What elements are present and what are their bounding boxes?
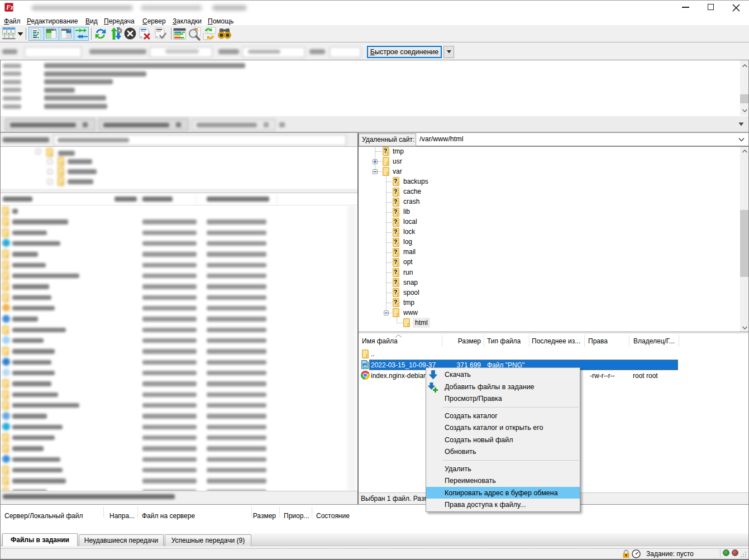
svg-text:?: ?	[394, 269, 398, 275]
svg-text:?: ?	[394, 248, 398, 255]
svg-text:?: ?	[394, 208, 398, 214]
svg-text:?: ?	[394, 188, 398, 194]
svg-text:?: ?	[394, 178, 398, 184]
svg-text:?: ?	[394, 289, 398, 295]
svg-text:?: ?	[394, 228, 398, 234]
svg-text:?: ?	[394, 258, 398, 265]
svg-text:?: ?	[394, 218, 398, 224]
svg-text:?: ?	[394, 198, 398, 204]
svg-text:?: ?	[384, 147, 388, 154]
svg-text:?: ?	[394, 238, 398, 245]
svg-text:?: ?	[394, 299, 398, 305]
svg-text:?: ?	[394, 279, 398, 285]
